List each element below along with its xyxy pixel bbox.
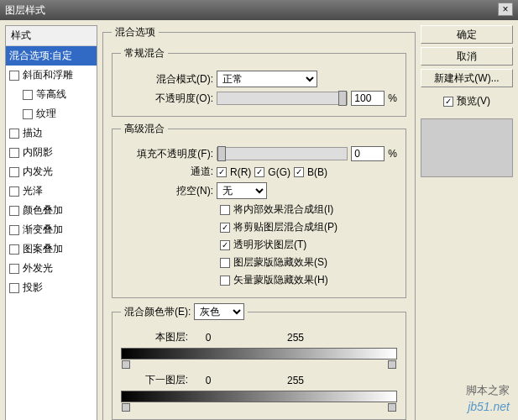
fill-opacity-slider[interactable] bbox=[217, 147, 348, 160]
style-checkbox[interactable] bbox=[9, 129, 19, 139]
new-style-button[interactable]: 新建样式(W)... bbox=[421, 69, 513, 87]
style-checkbox[interactable] bbox=[23, 109, 33, 119]
style-checkbox[interactable] bbox=[9, 264, 19, 274]
opacity-label: 不透明度(O): bbox=[121, 92, 213, 106]
styles-panel: 样式 混合选项:自定 斜面和浮雕等高线纹理描边内阴影内发光光泽颜色叠加渐变叠加图… bbox=[5, 25, 97, 420]
style-item[interactable]: 投影 bbox=[6, 278, 97, 297]
blending-options-item[interactable]: 混合选项:自定 bbox=[6, 46, 97, 66]
style-checkbox[interactable] bbox=[23, 90, 33, 100]
style-item[interactable]: 等高线 bbox=[6, 85, 97, 104]
advanced-option-checkbox[interactable] bbox=[220, 205, 230, 215]
blend-mode-select[interactable]: 正常 bbox=[217, 71, 317, 87]
fill-opacity-label: 填充不透明度(F): bbox=[121, 147, 213, 161]
style-checkbox[interactable] bbox=[9, 244, 19, 255]
style-checkbox[interactable] bbox=[9, 225, 19, 235]
watermark-url: jb51.net bbox=[468, 400, 510, 413]
style-checkbox[interactable] bbox=[9, 186, 19, 197]
blend-options-title: 混合选项 bbox=[112, 25, 159, 39]
style-checkbox[interactable] bbox=[9, 167, 19, 177]
channel-g-checkbox[interactable] bbox=[254, 167, 264, 177]
style-item[interactable]: 斜面和浮雕 bbox=[6, 66, 97, 85]
cancel-button[interactable]: 取消 bbox=[421, 47, 513, 66]
advanced-option-checkbox[interactable] bbox=[220, 240, 230, 250]
style-checkbox[interactable] bbox=[9, 283, 19, 293]
style-item[interactable]: 图案叠加 bbox=[6, 239, 97, 259]
channels-label: 通道: bbox=[121, 165, 213, 179]
ok-button[interactable]: 确定 bbox=[421, 25, 513, 44]
styles-header: 样式 bbox=[6, 26, 97, 46]
blend-mode-label: 混合模式(D): bbox=[121, 72, 213, 87]
advanced-option-checkbox[interactable] bbox=[220, 276, 230, 286]
blend-if-group: 混合颜色带(E): 灰色 本图层: 0 255 下一图层: 0 255 bbox=[112, 303, 406, 420]
style-item[interactable]: 颜色叠加 bbox=[6, 201, 97, 220]
watermark-text: 脚本之家 bbox=[466, 383, 510, 398]
style-checkbox[interactable] bbox=[9, 148, 19, 158]
style-item[interactable]: 外发光 bbox=[6, 259, 97, 278]
underlying-layer-gradient[interactable] bbox=[121, 391, 397, 402]
preview-checkbox[interactable] bbox=[443, 97, 453, 107]
style-item[interactable]: 纹理 bbox=[6, 104, 97, 123]
style-checkbox[interactable] bbox=[9, 71, 19, 81]
knockout-label: 挖空(N): bbox=[121, 184, 213, 198]
style-item[interactable]: 描边 bbox=[6, 123, 97, 143]
general-blending-group: 常规混合 混合模式(D): 正常 不透明度(O): % bbox=[112, 46, 406, 117]
knockout-select[interactable]: 无 bbox=[217, 182, 267, 199]
this-layer-gradient[interactable] bbox=[121, 348, 397, 360]
advanced-blending-group: 高级混合 填充不透明度(F): % 通道: R(R) G(G) B(B) 挖空(… bbox=[112, 122, 406, 298]
style-item[interactable]: 光泽 bbox=[6, 181, 97, 201]
advanced-option-checkbox[interactable] bbox=[220, 223, 230, 233]
style-item[interactable]: 渐变叠加 bbox=[6, 220, 97, 239]
underlying-layer-label: 下一图层: bbox=[121, 373, 188, 387]
this-layer-label: 本图层: bbox=[121, 330, 188, 344]
window-title: 图层样式 bbox=[5, 0, 45, 20]
style-checkbox[interactable] bbox=[9, 206, 19, 216]
style-item[interactable]: 内发光 bbox=[6, 162, 97, 181]
fill-opacity-input[interactable] bbox=[351, 146, 385, 161]
preview-swatch bbox=[421, 118, 513, 177]
channel-b-checkbox[interactable] bbox=[294, 167, 304, 177]
style-item[interactable]: 内阴影 bbox=[6, 143, 97, 162]
blend-options-group: 混合选项 常规混合 混合模式(D): 正常 不透明度(O): % 高级混合 填充… bbox=[102, 25, 416, 420]
preview-label: 预览(V) bbox=[457, 94, 490, 108]
blend-if-select[interactable]: 灰色 bbox=[194, 303, 244, 320]
advanced-option-checkbox[interactable] bbox=[220, 258, 230, 268]
opacity-input[interactable] bbox=[351, 91, 385, 106]
close-button[interactable]: × bbox=[498, 3, 513, 16]
opacity-slider[interactable] bbox=[217, 92, 348, 105]
channel-r-checkbox[interactable] bbox=[217, 167, 227, 177]
